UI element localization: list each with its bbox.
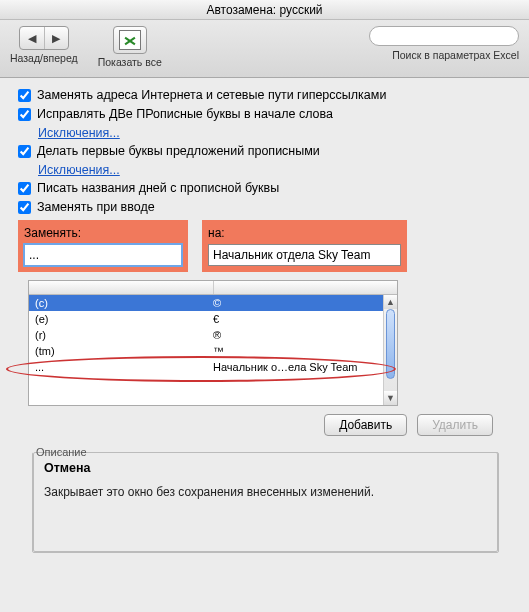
list-header <box>29 281 397 295</box>
description-legend: Описание <box>33 446 90 458</box>
search-input[interactable] <box>380 30 518 42</box>
nav-label: Назад/вперед <box>10 52 78 64</box>
chk-hyperlinks-label: Заменять адреса Интернета и сетевые пути… <box>37 88 386 102</box>
exceptions-link-2[interactable]: Исключения... <box>38 163 120 177</box>
scroll-down-icon[interactable]: ▼ <box>384 391 397 405</box>
scrollbar[interactable]: ▲ ▼ <box>383 295 397 405</box>
replace-field-box: Заменять: <box>18 220 188 272</box>
showall-group: Показать все <box>98 26 162 68</box>
list-row[interactable]: ...Начальник о…ела Sky Team <box>29 359 397 375</box>
search-box[interactable] <box>369 26 519 46</box>
search-caption: Поиск в параметрах Excel <box>392 49 519 61</box>
chk-replacetype[interactable] <box>18 201 31 214</box>
showall-label: Показать все <box>98 56 162 68</box>
chk-sentence[interactable] <box>18 145 31 158</box>
chk-days-label: Писать названия дней с прописной буквы <box>37 181 279 195</box>
button-row: Добавить Удалить <box>18 414 493 436</box>
with-field-box: на: <box>202 220 407 272</box>
window-title: Автозамена: русский <box>0 0 529 20</box>
chk-twocaps-label: Исправлять ДВе ПРописные буквы в начале … <box>37 107 333 121</box>
nav-buttons: ◀ ▶ <box>19 26 69 50</box>
chk-hyperlinks[interactable] <box>18 89 31 102</box>
description-box: Отмена Закрывает это окно без сохранения… <box>33 452 498 552</box>
list-body[interactable]: (c)© (e)€ (r)® (tm)™ ...Начальник о…ела … <box>29 295 397 405</box>
exceptions-link-1[interactable]: Исключения... <box>38 126 120 140</box>
delete-button[interactable]: Удалить <box>417 414 493 436</box>
chk-replacetype-label: Заменять при вводе <box>37 200 155 214</box>
with-input[interactable] <box>208 244 401 266</box>
replace-label: Заменять: <box>24 226 182 240</box>
list-row[interactable]: (e)€ <box>29 311 397 327</box>
forward-button[interactable]: ▶ <box>44 27 68 49</box>
excel-icon <box>119 30 141 50</box>
scroll-up-icon[interactable]: ▲ <box>384 295 397 309</box>
list-row[interactable]: (c)© <box>29 295 397 311</box>
showall-button[interactable] <box>113 26 147 54</box>
replace-input[interactable] <box>24 244 182 266</box>
fields: Заменять: на: <box>18 220 513 272</box>
scroll-thumb[interactable] <box>386 309 395 379</box>
description-group: Описание Отмена Закрывает это окно без с… <box>32 446 499 553</box>
add-button[interactable]: Добавить <box>324 414 407 436</box>
description-text: Закрывает это окно без сохранения внесен… <box>44 485 487 499</box>
search-group: Поиск в параметрах Excel <box>369 26 519 61</box>
toolbar: ◀ ▶ Назад/вперед Показать все Поиск в па… <box>0 20 529 78</box>
replace-list: (c)© (e)€ (r)® (tm)™ ...Начальник о…ела … <box>28 280 398 406</box>
chk-days[interactable] <box>18 182 31 195</box>
content: Заменять адреса Интернета и сетевые пути… <box>0 78 529 561</box>
with-label: на: <box>208 226 401 240</box>
nav-group: ◀ ▶ Назад/вперед <box>10 26 78 64</box>
chk-sentence-label: Делать первые буквы предложений прописны… <box>37 144 320 158</box>
list-row[interactable]: (tm)™ <box>29 343 397 359</box>
chk-twocaps[interactable] <box>18 108 31 121</box>
list-row[interactable]: (r)® <box>29 327 397 343</box>
description-title: Отмена <box>44 461 487 475</box>
back-button[interactable]: ◀ <box>20 27 44 49</box>
